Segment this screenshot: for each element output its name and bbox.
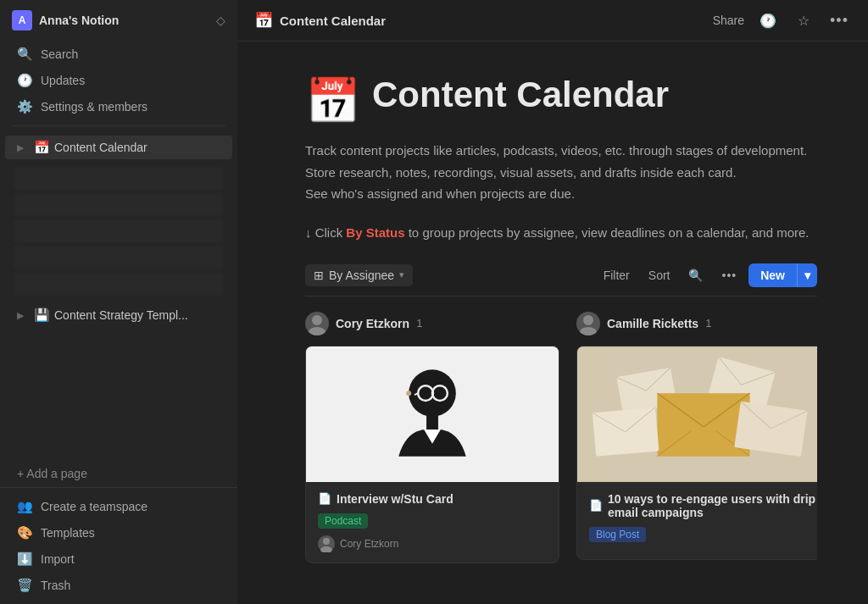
svg-rect-26	[734, 401, 807, 456]
sidebar-page-content-calendar-label: Content Calendar	[54, 141, 147, 154]
db-toolbar: ⊞ By Assignee ▾ Filter Sort 🔍 ••• New ▾	[305, 263, 817, 296]
search-icon: 🔍	[17, 47, 32, 62]
sidebar-item-settings-label: Settings & members	[41, 100, 147, 114]
card-interview-stu[interactable]: 📄 Interview w/Stu Card Podcast	[305, 346, 559, 563]
hint-post: to group projects by assignee, view dead…	[409, 225, 810, 240]
cory-avatar-icon	[305, 312, 329, 335]
svg-point-13	[580, 327, 597, 335]
chevron-right-icon-2: ▶	[17, 310, 29, 321]
filter-label: Filter	[604, 269, 630, 282]
clock-icon: 🕐	[17, 73, 32, 88]
topbar-actions: Share 🕐 ☆ •••	[713, 8, 851, 32]
search-db-icon: 🔍	[688, 269, 703, 282]
camille-column-count: 1	[705, 317, 711, 330]
more-options-button[interactable]: •••	[827, 8, 851, 32]
sidebar-item-teamspace-label: Create a teamspace	[41, 500, 147, 513]
sidebar-item-teamspace[interactable]: 👥 Create a teamspace	[5, 494, 232, 519]
page-heading-area: 📅 Content Calendar	[305, 75, 817, 123]
blurred-item-4	[14, 246, 224, 269]
new-button[interactable]: New	[748, 263, 797, 287]
camille-avatar-icon	[576, 312, 600, 335]
cory-column-count: 1	[416, 317, 422, 330]
db-view-label: By Assignee	[329, 269, 394, 282]
sidebar-item-import[interactable]: ⬇️ Import	[5, 546, 232, 572]
sidebar-footer: 👥 Create a teamspace 🎨 Templates ⬇️ Impo…	[0, 487, 237, 604]
sidebar-item-trash-label: Trash	[41, 579, 70, 592]
board-column-camille: Camille Ricketts 1	[576, 312, 817, 572]
add-page-label: + Add a page	[17, 467, 87, 480]
sidebar-item-updates-label: Updates	[41, 74, 85, 87]
hint-pre: Click	[315, 225, 347, 240]
blurred-item-5	[14, 272, 224, 296]
card-illustration-cory	[306, 346, 559, 482]
add-page-button[interactable]: + Add a page	[5, 462, 232, 485]
sidebar-item-trash[interactable]: 🗑️ Trash	[5, 573, 232, 598]
sidebar: A Anna's Notion ◇ 🔍 Search 🕐 Updates ⚙️ …	[0, 0, 237, 604]
db-more-button[interactable]: •••	[715, 264, 743, 286]
teamspace-icon: 👥	[17, 499, 32, 514]
card-photo-camille	[577, 346, 817, 482]
workspace-chevron: ◇	[216, 14, 225, 27]
sidebar-item-import-label: Import	[41, 552, 75, 566]
board-view-icon: ⊞	[314, 269, 324, 282]
topbar-title: Content Calendar	[280, 14, 386, 28]
sidebar-nav: 🔍 Search 🕐 Updates ⚙️ Settings & members	[0, 41, 237, 120]
share-button[interactable]: Share	[713, 14, 744, 27]
by-status-link[interactable]: By Status	[346, 225, 404, 240]
templates-icon: 🎨	[17, 525, 32, 540]
workspace-header[interactable]: A Anna's Notion ◇	[0, 0, 237, 41]
svg-point-12	[583, 315, 593, 325]
page-heading-icon: 📅	[305, 79, 360, 123]
document-icon-2: 📄	[589, 499, 603, 512]
history-button[interactable]: 🕐	[756, 8, 780, 32]
page-hint: ↓ Click By Status to group projects by a…	[305, 225, 817, 240]
board-area: Cory Etzkorn 1	[305, 312, 817, 572]
sidebar-item-settings[interactable]: ⚙️ Settings & members	[5, 94, 232, 119]
db-view-selector[interactable]: ⊞ By Assignee ▾	[305, 264, 413, 286]
page-title: Content Calendar	[372, 75, 669, 114]
envelopes-illustration	[577, 346, 817, 482]
topbar-page-icon: 📅	[254, 11, 273, 30]
column-header-cory: Cory Etzkorn 1	[305, 312, 559, 335]
card-title-camille: 📄 10 ways to re-engage users with drip e…	[589, 492, 817, 519]
sidebar-divider	[12, 125, 225, 126]
import-icon: ⬇️	[17, 551, 32, 567]
sidebar-item-search[interactable]: 🔍 Search	[5, 42, 232, 67]
sidebar-item-templates[interactable]: 🎨 Templates	[5, 520, 232, 546]
sidebar-page-content-strategy[interactable]: ▶ 💾 Content Strategy Templ...	[5, 303, 232, 327]
podcast-tag: Podcast	[318, 513, 368, 529]
new-dropdown-button[interactable]: ▾	[797, 263, 817, 287]
new-button-group: New ▾	[748, 263, 817, 287]
workspace-avatar: A	[12, 10, 32, 30]
gear-icon: ⚙️	[17, 99, 32, 114]
db-more-icon: •••	[721, 269, 737, 282]
calendar-icon: 📅	[34, 140, 49, 155]
assignee-name-cory: Cory Etzkorn	[340, 538, 398, 550]
sidebar-pages: ▶ 📅 Content Calendar ▶ 💾 Content Strateg…	[0, 131, 237, 460]
description-line-3: See who's assigned and when projects are…	[305, 186, 575, 201]
blog-tag: Blog Post	[589, 527, 646, 542]
card-title-text-camille: 10 ways to re-engage users with drip ema…	[608, 492, 817, 519]
sidebar-item-updates[interactable]: 🕐 Updates	[5, 68, 232, 93]
sidebar-item-templates-label: Templates	[41, 526, 95, 540]
svg-point-10	[323, 538, 330, 545]
favorite-button[interactable]: ☆	[792, 8, 815, 32]
card-title-cory: 📄 Interview w/Stu Card	[318, 492, 547, 506]
card-drip-email[interactable]: 📄 10 ways to re-engage users with drip e…	[576, 346, 817, 560]
filter-button[interactable]: Filter	[597, 264, 637, 286]
card-assignee-cory: Cory Etzkorn	[318, 535, 547, 552]
interview-illustration	[306, 346, 559, 482]
blurred-item-3	[14, 219, 224, 243]
main-content: 📅 Content Calendar Share 🕐 ☆ ••• 📅 Conte…	[237, 0, 868, 604]
document-icon-1: 📄	[318, 492, 331, 505]
sort-button[interactable]: Sort	[642, 264, 677, 286]
sidebar-sub-items	[5, 161, 232, 302]
cory-column-name: Cory Etzkorn	[336, 317, 409, 330]
card-body-cory: 📄 Interview w/Stu Card Podcast	[306, 482, 559, 562]
sidebar-page-content-calendar[interactable]: ▶ 📅 Content Calendar	[5, 136, 232, 159]
topbar: 📅 Content Calendar Share 🕐 ☆ •••	[237, 0, 868, 42]
card-title-text-cory: Interview w/Stu Card	[337, 492, 453, 506]
board-column-cory: Cory Etzkorn 1	[305, 312, 559, 572]
search-db-button[interactable]: 🔍	[682, 264, 709, 286]
floppy-icon: 💾	[34, 308, 49, 323]
